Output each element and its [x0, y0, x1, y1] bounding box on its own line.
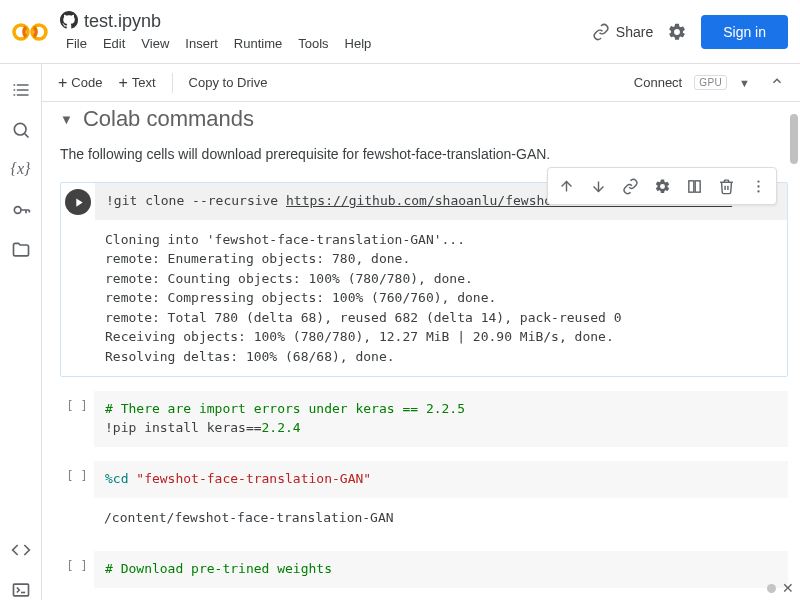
code-input[interactable]: %cd "fewshot-face-translation-GAN" — [94, 461, 788, 498]
code-cell[interactable]: [ ] # Download pre-trined weights — [60, 551, 788, 588]
code-input[interactable]: # There are import errors under keras ==… — [94, 391, 788, 447]
svg-marker-14 — [76, 198, 82, 206]
code-toggle-icon[interactable] — [11, 540, 31, 560]
exec-indicator[interactable]: [ ] — [66, 557, 88, 588]
toc-icon[interactable] — [11, 80, 31, 100]
code-cell[interactable]: [ ] %cd "fewshot-face-translation-GAN" /… — [60, 461, 788, 537]
svg-point-13 — [757, 190, 759, 192]
menu-help[interactable]: Help — [339, 34, 378, 53]
svg-rect-5 — [13, 584, 28, 596]
menu-edit[interactable]: Edit — [97, 34, 131, 53]
copy-to-drive-button[interactable]: Copy to Drive — [181, 71, 276, 94]
menu-insert[interactable]: Insert — [179, 34, 224, 53]
svg-rect-10 — [695, 180, 700, 191]
menu-file[interactable]: File — [60, 34, 93, 53]
move-down-icon[interactable] — [584, 172, 612, 200]
signin-button[interactable]: Sign in — [701, 15, 788, 49]
secondary-toolbar: +Code +Text Copy to Drive Connect GPU ▼ — [42, 64, 800, 102]
scrollbar-thumb[interactable] — [790, 114, 798, 164]
code-cell[interactable]: !git clone --recursive https://github.co… — [60, 182, 788, 377]
svg-point-2 — [14, 123, 26, 135]
add-text-button[interactable]: +Text — [110, 70, 163, 96]
exec-indicator[interactable]: [ ] — [66, 467, 88, 498]
cell-settings-icon[interactable] — [648, 172, 676, 200]
notebook-area: ▼ Colab commands The following cells wil… — [42, 102, 800, 600]
link-icon[interactable] — [616, 172, 644, 200]
menu-view[interactable]: View — [135, 34, 175, 53]
svg-line-3 — [24, 134, 28, 138]
app-header: test.ipynb File Edit View Insert Runtime… — [0, 0, 800, 64]
terminal-icon[interactable] — [11, 580, 31, 600]
header-right: Share Sign in — [592, 15, 788, 49]
gpu-badge: GPU — [694, 75, 727, 90]
section-title: Colab commands — [83, 106, 254, 132]
svg-point-4 — [14, 207, 21, 214]
code-cell[interactable]: [ ] # There are import errors under kera… — [60, 391, 788, 447]
colab-logo[interactable] — [12, 20, 48, 44]
left-sidebar: {x} — [0, 64, 42, 600]
variables-icon[interactable]: {x} — [11, 160, 31, 180]
code-input[interactable]: # Download pre-trined weights — [94, 551, 788, 588]
notebook-title[interactable]: test.ipynb — [84, 11, 161, 32]
share-label: Share — [616, 24, 653, 40]
move-up-icon[interactable] — [552, 172, 580, 200]
run-button[interactable] — [65, 189, 91, 215]
github-icon — [60, 11, 78, 32]
cell-output: /content/fewshot-face-translation-GAN — [60, 498, 788, 538]
section-collapse-icon[interactable]: ▼ — [60, 112, 73, 127]
menu-bar: File Edit View Insert Runtime Tools Help — [60, 34, 592, 53]
menu-runtime[interactable]: Runtime — [228, 34, 288, 53]
close-icon[interactable]: ✕ — [782, 580, 794, 596]
collapse-icon[interactable] — [762, 74, 792, 91]
connect-dropdown-icon[interactable]: ▼ — [739, 77, 750, 89]
status-dot-icon — [767, 584, 776, 593]
cell-output: Cloning into 'fewshot-face-translation-G… — [61, 220, 787, 377]
svg-rect-9 — [688, 180, 693, 191]
search-icon[interactable] — [11, 120, 31, 140]
share-button[interactable]: Share — [592, 23, 653, 41]
mirror-icon[interactable] — [680, 172, 708, 200]
files-icon[interactable] — [11, 240, 31, 260]
delete-icon[interactable] — [712, 172, 740, 200]
secrets-icon[interactable] — [11, 200, 31, 220]
menu-tools[interactable]: Tools — [292, 34, 334, 53]
add-code-button[interactable]: +Code — [50, 70, 110, 96]
connect-button[interactable]: Connect — [634, 75, 682, 90]
title-area: test.ipynb File Edit View Insert Runtime… — [60, 11, 592, 53]
svg-point-12 — [757, 185, 759, 187]
more-icon[interactable] — [744, 172, 772, 200]
svg-point-11 — [757, 180, 759, 182]
gear-icon[interactable] — [667, 22, 687, 42]
section-intro: The following cells will download prereq… — [60, 146, 800, 162]
exec-indicator[interactable]: [ ] — [66, 397, 88, 447]
cell-toolbar — [547, 167, 777, 205]
footer-status: ✕ — [767, 580, 794, 596]
